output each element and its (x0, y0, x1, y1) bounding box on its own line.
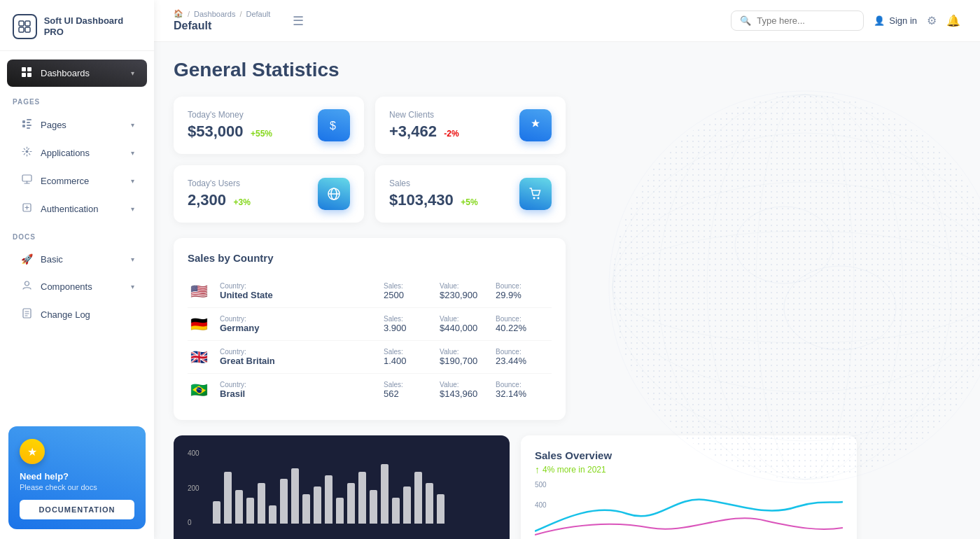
bar-21 (437, 494, 444, 524)
svg-point-22 (612, 94, 980, 479)
stat-card-users-info: Today's Users 2,300 +3% (188, 178, 251, 209)
svg-rect-3 (25, 27, 30, 32)
svg-rect-12 (27, 125, 31, 126)
country-name-us: United State (220, 290, 384, 300)
sidebar-nav: Dashboards ▾ PAGES Pages (0, 51, 154, 416)
bar-chart-bars (213, 449, 496, 526)
bar-13 (347, 483, 355, 524)
sales-overview-subtitle: ↑ 4% more in 2021 (535, 464, 843, 475)
sidebar-item-authentication[interactable]: Authentication ▾ (7, 195, 147, 222)
page-title: Default (174, 20, 270, 32)
svg-rect-11 (22, 125, 25, 127)
sidebar-item-dashboards[interactable]: Dashboards ▾ (7, 59, 147, 87)
stat-money-label: Today's Money (188, 110, 272, 120)
signin-label: Sign in (889, 15, 917, 26)
sidebar-changelog-label: Change Log (41, 309, 90, 320)
svg-rect-7 (27, 73, 31, 77)
sidebar-basic-label: Basic (41, 254, 63, 265)
search-input[interactable] (757, 15, 855, 26)
breadcrumb-parent: Dashboards (194, 10, 235, 18)
country-bounce-de: Bounce: 40.22% (496, 315, 552, 333)
flag-br: 🇧🇷 (188, 382, 210, 398)
svg-rect-1 (25, 21, 30, 26)
flag-gb: 🇬🇧 (188, 349, 210, 365)
bar-8 (291, 468, 299, 524)
stat-clients-label: New Clients (389, 110, 459, 120)
dashboards-arrow: ▾ (131, 69, 134, 77)
sidebar-item-components[interactable]: Components ▾ (7, 273, 147, 300)
changelog-icon (20, 308, 34, 321)
sidebar-logo: Soft UI Dashboard PRO (0, 0, 154, 51)
bar-19 (414, 472, 422, 524)
bar-1 (213, 501, 220, 524)
svg-rect-2 (19, 27, 24, 32)
bar-4 (246, 498, 254, 524)
sidebar-authentication-label: Authentication (41, 204, 98, 214)
stat-clients-change: -2% (444, 129, 458, 139)
stat-card-money-info: Today's Money $53,000 +55% (188, 110, 272, 141)
svg-rect-10 (27, 122, 30, 123)
topbar-breadcrumb-area: 🏠 / Dashboards / Default Default (174, 9, 270, 32)
country-info-gb: Country: Great Britain (220, 348, 384, 366)
stat-sales-change: +5% (461, 197, 477, 207)
sidebar-item-pages[interactable]: Pages ▾ (7, 111, 147, 138)
stat-sales-value: $103,430 (389, 191, 454, 209)
trend-up-icon: ↑ (535, 464, 540, 475)
stat-money-value: $53,000 (188, 122, 244, 140)
country-sales-br: Sales: 562 (384, 381, 440, 399)
documentation-button[interactable]: DOCUMENTATION (20, 500, 134, 519)
svg-point-27 (612, 133, 980, 441)
country-name-br: Brasil (220, 388, 384, 399)
stat-users-icon (318, 178, 350, 210)
signin-button[interactable]: 👤 Sign in (874, 15, 917, 26)
sidebar-item-changelog[interactable]: Change Log (7, 301, 147, 328)
country-bounce-gb: Bounce: 23.44% (496, 348, 552, 366)
search-container[interactable]: 🔍 (731, 10, 864, 31)
topbar-right: 🔍 👤 Sign in ⚙ 🔔 (731, 10, 960, 31)
signin-user-icon: 👤 (874, 15, 885, 26)
pages-icon (20, 118, 34, 131)
components-icon (20, 280, 34, 293)
bar-12 (336, 498, 344, 524)
help-title: Need help? (20, 471, 134, 482)
flag-us: 🇺🇸 (188, 284, 210, 299)
app-name: Soft UI Dashboard PRO (44, 15, 141, 37)
y-label-400: 400 (188, 449, 209, 457)
stat-card-sales-info: Sales $103,430 +5% (389, 178, 478, 209)
svg-point-26 (612, 182, 980, 392)
pages-arrow: ▾ (131, 121, 134, 129)
stat-card-clients: New Clients +3,462 -2% (375, 97, 566, 154)
stat-clients-icon (519, 109, 552, 141)
logo-icon (13, 14, 37, 39)
country-bounce-us: Bounce: 29.9% (496, 282, 552, 300)
stat-card-money: Today's Money $53,000 +55% $ (174, 97, 364, 154)
country-info-us: Country: United State (220, 282, 384, 300)
settings-icon[interactable]: ⚙ (927, 14, 937, 27)
content-area: General Statistics /* dots rendered inli… (154, 42, 980, 539)
stats-grid: Today's Money $53,000 +55% $ New Clients (174, 97, 566, 223)
country-row-us: 🇺🇸 Country: United State Sales: 2500 Val… (188, 275, 552, 308)
sidebar-item-ecommerce[interactable]: Ecommerce ▾ (7, 167, 147, 194)
svg-point-21 (612, 94, 980, 479)
country-name-gb: Great Britain (220, 356, 384, 366)
sidebar-pages-label: Pages (41, 120, 66, 130)
main-content: 🏠 / Dashboards / Default Default ☰ 🔍 👤 S… (154, 0, 980, 539)
ecommerce-icon (20, 174, 34, 187)
authentication-icon (20, 202, 34, 215)
svg-rect-5 (27, 67, 31, 71)
help-star-icon: ★ (20, 439, 45, 464)
bar-chart-card: 400 200 0 (174, 435, 510, 539)
country-value-gb: Value: $190,700 (440, 348, 496, 366)
sidebar-item-basic[interactable]: 🚀 Basic ▾ (7, 246, 147, 272)
stat-users-value: 2,300 (188, 191, 226, 209)
svg-point-28 (756, 94, 854, 479)
menu-toggle-button[interactable]: ☰ (293, 13, 304, 29)
country-bounce-br: Bounce: 32.14% (496, 381, 552, 399)
svg-point-24 (784, 266, 896, 350)
svg-point-29 (707, 94, 903, 479)
sidebar-item-applications[interactable]: Applications ▾ (7, 139, 147, 166)
sidebar-applications-label: Applications (41, 148, 90, 158)
notifications-icon[interactable]: 🔔 (946, 14, 960, 27)
sales-overview-card: Sales Overview ↑ 4% more in 2021 500 400 (521, 435, 857, 539)
svg-rect-8 (22, 120, 25, 123)
